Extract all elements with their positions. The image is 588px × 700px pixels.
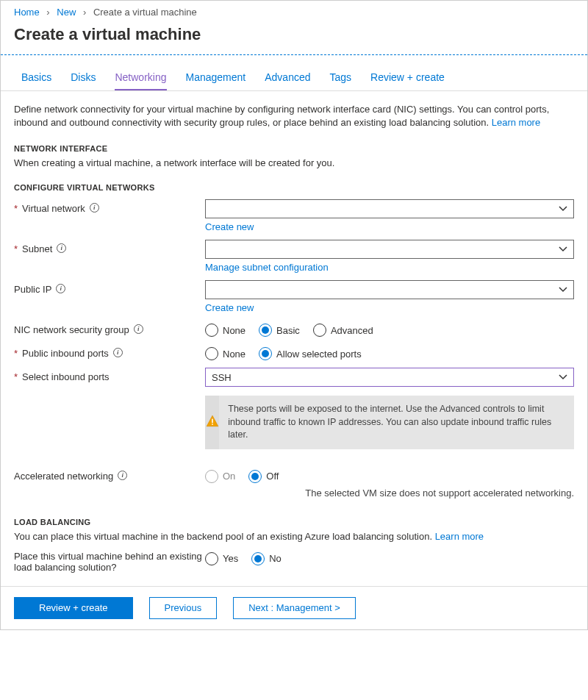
warning-text: These ports will be exposed to the inter… [219, 396, 574, 449]
label-subnet: *Subnet i [14, 240, 205, 254]
radio-lb-yes[interactable]: Yes [205, 552, 238, 565]
next-button[interactable]: Next : Management > [233, 597, 356, 619]
radio-lb-no[interactable]: No [251, 552, 282, 565]
label-nsg: NIC network security group i [14, 321, 205, 335]
breadcrumb-home[interactable]: Home [14, 7, 40, 18]
virtual-network-select[interactable] [205, 199, 574, 218]
label-virtual-network: *Virtual network i [14, 199, 205, 214]
learn-more-link[interactable]: Learn more [492, 117, 540, 128]
create-new-ip-link[interactable]: Create new [205, 302, 254, 313]
label-lb-placement: Place this virtual machine behind an exi… [14, 549, 205, 573]
section-network-interface: NETWORK INTERFACE [14, 144, 574, 153]
tab-advanced[interactable]: Advanced [265, 71, 310, 90]
info-icon[interactable]: i [90, 203, 99, 213]
radio-ports-allow[interactable]: Allow selected ports [259, 347, 362, 360]
radio-accel-off[interactable]: Off [248, 470, 279, 483]
radio-nsg-advanced[interactable]: Advanced [313, 324, 373, 337]
intro-text: Define network connectivity for your vir… [14, 103, 574, 129]
previous-button[interactable]: Previous [149, 597, 218, 619]
svg-rect-1 [212, 424, 213, 426]
accelerated-helper: The selected VM size does not support ac… [205, 488, 574, 499]
lb-learn-more-link[interactable]: Learn more [435, 531, 484, 542]
label-accelerated: Accelerated networking i [14, 467, 205, 482]
label-inbound-ports: *Public inbound ports i [14, 344, 205, 359]
warning-icon [206, 415, 219, 430]
svg-rect-0 [212, 419, 213, 424]
warning-box: These ports will be exposed to the inter… [205, 396, 574, 449]
radio-accel-on: On [205, 470, 235, 483]
section-load-balancing: LOAD BALANCING [14, 518, 574, 526]
chevron-right-icon: › [46, 7, 49, 18]
breadcrumb-current: Create a virtual machine [93, 7, 197, 18]
info-icon[interactable]: i [56, 284, 65, 293]
manage-subnet-link[interactable]: Manage subnet configuration [205, 262, 329, 273]
tab-management[interactable]: Management [186, 71, 246, 90]
tab-disks[interactable]: Disks [71, 71, 96, 90]
review-create-button[interactable]: Review + create [14, 597, 133, 619]
tab-review[interactable]: Review + create [370, 71, 445, 90]
tab-basics[interactable]: Basics [21, 71, 51, 90]
public-ip-select[interactable] [205, 280, 574, 299]
chevron-down-icon [559, 373, 567, 384]
select-inbound-ports[interactable]: SSH [205, 368, 574, 387]
page-title: Create a virtual machine [1, 21, 587, 54]
info-icon[interactable]: i [118, 471, 127, 480]
info-icon[interactable]: i [134, 324, 143, 334]
chevron-down-icon [559, 245, 567, 256]
breadcrumb-new[interactable]: New [57, 7, 76, 18]
label-public-ip: Public IP i [14, 280, 205, 295]
chevron-down-icon [559, 285, 567, 296]
radio-nsg-none[interactable]: None [205, 324, 245, 337]
radio-ports-none[interactable]: None [205, 347, 245, 360]
info-icon[interactable]: i [113, 348, 123, 357]
subnet-select[interactable] [205, 240, 574, 259]
load-balancing-text: You can place this virtual machine in th… [14, 531, 574, 542]
chevron-down-icon [559, 204, 567, 215]
chevron-right-icon: › [83, 7, 86, 18]
select-ports-value: SSH [212, 372, 232, 383]
tab-tags[interactable]: Tags [330, 71, 352, 90]
tab-networking[interactable]: Networking [115, 71, 166, 90]
label-select-ports: *Select inbound ports [14, 368, 205, 382]
breadcrumb: Home › New › Create a virtual machine [1, 1, 587, 21]
tabs: Basics Disks Networking Management Advan… [1, 55, 587, 91]
create-new-vnet-link[interactable]: Create new [205, 221, 254, 232]
footer: Review + create Previous Next : Manageme… [1, 586, 587, 629]
section-configure-vnet: CONFIGURE VIRTUAL NETWORKS [14, 183, 574, 192]
radio-nsg-basic[interactable]: Basic [259, 324, 300, 337]
network-interface-text: When creating a virtual machine, a netwo… [14, 157, 574, 168]
info-icon[interactable]: i [57, 243, 66, 253]
